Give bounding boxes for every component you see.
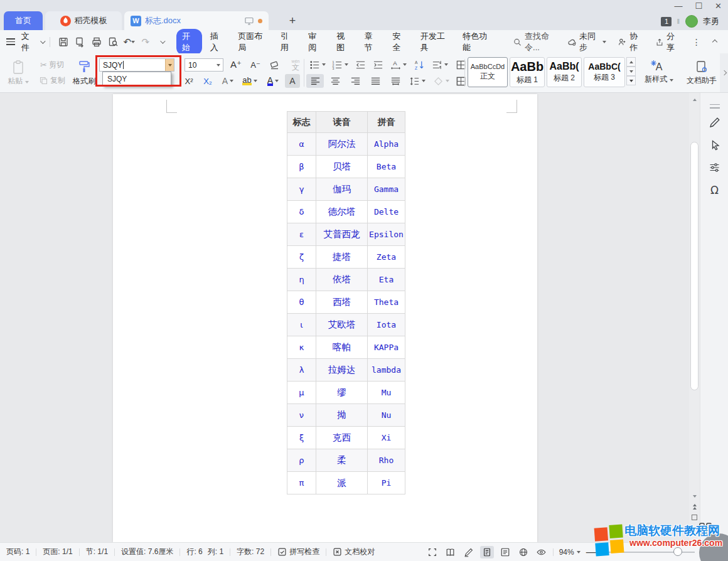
text-effects-button[interactable]: A [218, 74, 237, 88]
table-cell[interactable]: Theta [368, 291, 405, 314]
table-cell[interactable]: 贝塔 [316, 156, 368, 178]
clear-format-button[interactable] [266, 58, 282, 72]
copy-button[interactable]: 复制 [34, 74, 70, 87]
table-cell[interactable]: Delte [368, 201, 405, 223]
table-cell[interactable]: γ [287, 178, 316, 201]
table-cell[interactable]: 依塔 [316, 269, 368, 291]
font-name-combobox[interactable]: SJQY [99, 58, 174, 72]
table-cell[interactable]: 西塔 [316, 291, 368, 314]
cut-button[interactable]: ✂ 剪切 [34, 58, 70, 71]
table-cell[interactable]: Eta [368, 269, 405, 291]
font-dropdown-item[interactable]: SJQY [107, 75, 127, 83]
table-cell[interactable]: 克西 [316, 427, 368, 449]
highlight-color-button[interactable]: ab [240, 74, 260, 88]
ribbon-expand-strip[interactable] [720, 53, 728, 92]
hamburger-icon[interactable] [6, 38, 15, 45]
customize-toolbar-chevron[interactable] [155, 35, 169, 50]
table-cell[interactable]: λ [287, 359, 316, 382]
zoom-level[interactable]: 94% [558, 548, 582, 557]
table-cell[interactable]: Nu [368, 404, 405, 427]
character-scaling-button[interactable]: A [388, 58, 409, 72]
minimize-button[interactable]: — [674, 1, 682, 11]
table-cell[interactable]: μ [287, 382, 316, 404]
distribute-button[interactable] [387, 74, 404, 88]
line-spacing-button[interactable] [407, 74, 428, 88]
print-preview-button[interactable] [106, 35, 120, 50]
eye-protect-button[interactable] [535, 546, 549, 558]
status-setting[interactable]: 设置值: 7.6厘米 [115, 547, 179, 557]
tab-home[interactable]: 首页 [4, 11, 43, 30]
increase-indent-button[interactable] [370, 58, 385, 72]
fullscreen-view-button[interactable] [426, 546, 439, 558]
table-cell[interactable]: α [287, 133, 316, 156]
write-mode-button[interactable] [462, 546, 476, 558]
menu-item-1[interactable]: 开始 [176, 29, 202, 55]
table-cell[interactable]: Beta [368, 156, 405, 178]
status-section[interactable]: 节: 1/1 [80, 547, 114, 557]
notification-badge[interactable]: 1 [661, 17, 672, 26]
character-shading-button[interactable]: A [285, 74, 300, 88]
table-cell[interactable]: 柔 [316, 449, 368, 472]
doc-proofing-button[interactable]: 文档校对 [326, 547, 381, 557]
status-page-number[interactable]: 页码: 1 [0, 547, 36, 557]
table-cell[interactable]: δ [287, 201, 316, 223]
maximize-button[interactable]: ☐ [695, 1, 702, 11]
increase-font-button[interactable]: A⁺ [227, 58, 245, 72]
show-marks-button[interactable] [429, 58, 451, 72]
insert-table-tool-button[interactable] [453, 58, 468, 72]
menu-item-6[interactable]: 视图 [331, 29, 356, 55]
collapse-ribbon-button[interactable] [709, 35, 722, 50]
table-cell[interactable]: 艾普西龙 [316, 223, 368, 246]
table-cell[interactable]: 捷塔 [316, 246, 368, 269]
style-heading3[interactable]: AaBbC( 标题 3 [584, 57, 625, 87]
pinyin-guide-button[interactable]: wén 文 [285, 56, 306, 73]
scroll-down-button[interactable] [689, 492, 700, 501]
spell-check-button[interactable]: 拼写检查 [271, 547, 326, 557]
table-cell[interactable]: 伽玛 [316, 178, 368, 201]
table-cell[interactable]: ξ [287, 427, 316, 449]
tab-docer-templates[interactable]: 稻壳模板 [45, 11, 122, 30]
redo-button[interactable]: ↷ [139, 35, 153, 50]
decrease-font-button[interactable]: A⁻ [247, 58, 264, 72]
table-cell[interactable]: Gamma [368, 178, 405, 201]
numbered-list-button[interactable]: 123 [330, 58, 350, 72]
web-layout-button[interactable] [517, 546, 530, 558]
table-cell[interactable]: 德尔塔 [316, 201, 368, 223]
font-size-combobox[interactable]: 10 [185, 58, 223, 72]
document-page[interactable]: 标志读音拼音α阿尔法Alphaβ贝塔Betaγ伽玛Gammaδ德尔塔Delteε… [113, 94, 537, 542]
menu-item-2[interactable]: 插入 [205, 29, 230, 55]
doc-assistant-button[interactable]: 文档助手 [683, 57, 720, 88]
table-cell[interactable]: KAPPa [368, 336, 405, 359]
new-tab-button[interactable]: + [286, 14, 299, 28]
table-cell[interactable]: Zeta [368, 246, 405, 269]
align-center-button[interactable] [326, 74, 344, 88]
table-cell[interactable]: 拗 [316, 404, 368, 427]
table-cell[interactable]: 缪 [316, 382, 368, 404]
search-commands[interactable]: 查找命令... [513, 31, 560, 53]
greek-letters-table[interactable]: 标志读音拼音α阿尔法Alphaβ贝塔Betaγ伽玛Gammaδ德尔塔Delteε… [287, 111, 405, 494]
style-scroll-up-button[interactable] [626, 57, 636, 67]
font-dropdown-list[interactable]: SJQY [102, 72, 171, 86]
align-left-button[interactable] [306, 74, 324, 88]
menu-item-9[interactable]: 开发工具 [415, 29, 454, 55]
more-menu-button[interactable]: ⋮ [688, 37, 705, 47]
menu-item-5[interactable]: 审阅 [302, 29, 328, 55]
panel-select-tool[interactable] [700, 136, 728, 154]
font-size-dropdown-button[interactable] [214, 59, 223, 71]
table-cell[interactable]: Iota [368, 314, 405, 336]
tab-document[interactable]: W 标志.docx [124, 11, 269, 30]
font-color-button[interactable]: A [264, 74, 282, 88]
status-word-count[interactable]: 字数: 72 [230, 547, 270, 557]
save-button[interactable] [56, 35, 70, 50]
zoom-slider-handle[interactable] [673, 547, 682, 556]
style-normal[interactable]: AaBbCcDd 正文 [468, 57, 508, 87]
justify-button[interactable] [367, 74, 384, 88]
table-cell[interactable]: 艾欧塔 [316, 314, 368, 336]
table-cell[interactable]: Rho [368, 449, 405, 472]
subscript-button[interactable]: X₂ [200, 74, 216, 88]
export-button[interactable] [73, 35, 87, 50]
table-cell[interactable]: θ [287, 291, 316, 314]
table-cell[interactable]: ζ [287, 246, 316, 269]
table-cell[interactable]: η [287, 269, 316, 291]
table-cell[interactable]: ι [287, 314, 316, 336]
